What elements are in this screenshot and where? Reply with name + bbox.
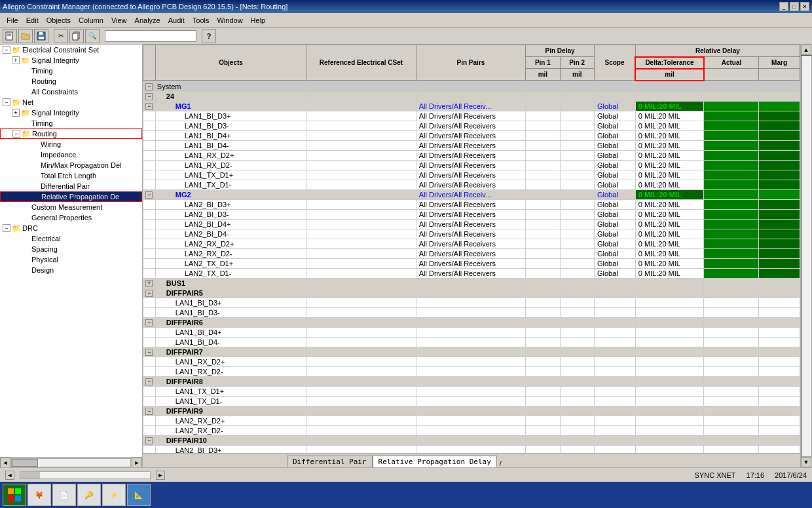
delta-cell[interactable] — [635, 396, 704, 406]
expand-cell[interactable] — [143, 150, 156, 160]
sidebar-item-net-general[interactable]: General Properties — [0, 212, 142, 223]
delta-cell[interactable] — [635, 317, 704, 327]
sidebar-item-net-si[interactable]: +📁Signal Integrity — [0, 107, 142, 118]
right-scrollbar[interactable]: ▲ ▼ — [800, 45, 812, 467]
expand-cell[interactable] — [143, 268, 156, 278]
sidebar-item-ecs-all[interactable]: All Constraints — [0, 87, 142, 97]
start-button[interactable] — [3, 484, 26, 506]
table-row[interactable]: −System — [143, 81, 800, 91]
table-row[interactable]: LAN2_TX_D1+All Drivers/All ReceiversGlob… — [143, 258, 800, 268]
expand-cell[interactable] — [143, 445, 156, 453]
table-row[interactable]: LAN1_RX_D2+ — [143, 357, 800, 366]
expand-cell[interactable] — [143, 357, 156, 366]
expand-cell[interactable] — [143, 298, 156, 307]
sidebar-item-net-routing-total[interactable]: Total Etch Length — [0, 170, 142, 181]
taskbar-btn1[interactable]: 🦊 — [28, 484, 51, 506]
new-button[interactable] — [3, 29, 17, 43]
scroll-track[interactable] — [801, 55, 812, 457]
delta-cell[interactable]: 0 MIL:20 MIL — [635, 239, 704, 248]
expand-icon[interactable]: − — [12, 130, 20, 138]
menu-analyze[interactable]: Analyze — [131, 15, 164, 26]
delta-cell[interactable]: 0 MIL:20 MIL — [635, 130, 704, 140]
delta-cell[interactable]: 0 MIL:20 MIL — [635, 229, 704, 239]
cut-button[interactable]: ✂ — [54, 29, 68, 43]
delta-cell[interactable]: 0 MIL:20 MIL — [635, 121, 704, 130]
menu-view[interactable]: View — [107, 15, 131, 26]
copy-button[interactable] — [69, 29, 84, 43]
delta-cell[interactable]: 0 MIL:20 MIL — [635, 199, 704, 209]
open-button[interactable] — [18, 29, 33, 43]
minimize-button[interactable]: _ — [779, 2, 788, 11]
scroll-down-button[interactable]: ▼ — [801, 457, 811, 467]
menu-file[interactable]: File — [3, 15, 22, 26]
sidebar-item-ecs-si[interactable]: +📁Signal Integrity — [0, 55, 142, 66]
table-row[interactable]: LAN1_BI_D3- — [143, 307, 800, 317]
table-row[interactable]: LAN1_TX_D1+All Drivers/All ReceiversGlob… — [143, 170, 800, 180]
delta-cell[interactable]: 0 MIL:20 MIL — [635, 248, 704, 258]
expand-cell[interactable]: − — [143, 91, 156, 101]
find-button[interactable]: 🔍 — [85, 29, 100, 43]
delta-cell[interactable] — [635, 376, 704, 386]
expand-cell[interactable] — [143, 111, 156, 121]
taskbar-btn2[interactable]: 📄 — [52, 484, 76, 506]
table-row[interactable]: LAN2_BI_D3+All Drivers/All ReceiversGlob… — [143, 199, 800, 209]
expand-cell[interactable] — [143, 121, 156, 130]
delta-cell[interactable]: 0 MIL:20 MIL — [635, 189, 704, 199]
table-row[interactable]: LAN1_RX_D2+All Drivers/All ReceiversGlob… — [143, 150, 800, 160]
help-button[interactable]: ? — [202, 29, 216, 43]
table-row[interactable]: LAN1_TX_D1- — [143, 396, 800, 406]
table-row[interactable]: −MG1All Drivers/All Receiv...Global0 MIL… — [143, 101, 800, 111]
delta-cell[interactable] — [635, 445, 704, 453]
table-row[interactable]: LAN2_RX_D2- — [143, 425, 800, 435]
delta-cell[interactable]: 0 MIL:20 MIL — [635, 160, 704, 170]
expand-cell[interactable] — [143, 209, 156, 219]
delta-cell[interactable] — [635, 366, 704, 376]
menu-window[interactable]: Window — [213, 15, 246, 26]
tab-relative-propagation[interactable]: Relative Propagation Delay — [373, 456, 497, 467]
sidebar-item-net-timing[interactable]: Timing — [0, 118, 142, 128]
table-row[interactable]: −DIFFPAIR5 — [143, 288, 800, 298]
expand-cell[interactable] — [143, 180, 156, 189]
scroll-right-arrow[interactable]: ► — [132, 458, 142, 467]
expand-cell[interactable] — [143, 229, 156, 239]
delta-cell[interactable] — [635, 357, 704, 366]
sidebar-item-ecs-timing[interactable]: Timing — [0, 66, 142, 76]
sidebar-item-ecs[interactable]: −📁Electrical Constraint Set — [0, 45, 142, 55]
sidebar-item-drc[interactable]: −📁DRC — [0, 223, 142, 233]
table-row[interactable]: LAN1_TX_D1-All Drivers/All ReceiversGlob… — [143, 180, 800, 189]
sidebar-item-net-routing-impedance[interactable]: Impedance — [0, 149, 142, 160]
sidebar-item-drc-physical[interactable]: Physical — [0, 254, 142, 265]
expand-cell[interactable] — [143, 239, 156, 248]
sidebar-item-drc-spacing[interactable]: Spacing — [0, 244, 142, 254]
delta-cell[interactable] — [635, 386, 704, 396]
expand-cell[interactable]: − — [143, 81, 156, 91]
delta-cell[interactable]: 0 MIL:20 MIL — [635, 150, 704, 160]
bottom-scroll-left[interactable]: ◄ — [5, 471, 14, 480]
delta-cell[interactable] — [635, 288, 704, 298]
sidebar-item-net-routing[interactable]: −📁Routing — [0, 128, 142, 139]
table-row[interactable]: LAN1_BI_D4- — [143, 337, 800, 347]
expand-icon[interactable]: + — [12, 109, 20, 117]
bottom-scroll-right[interactable]: ► — [156, 471, 165, 480]
search-input[interactable] — [105, 30, 196, 42]
table-row[interactable]: −MG2All Drivers/All Receiv...Global0 MIL… — [143, 189, 800, 199]
expand-cell[interactable] — [143, 219, 156, 229]
delta-cell[interactable]: 0 MIL:20 MIL — [635, 268, 704, 278]
expand-cell[interactable]: − — [143, 101, 156, 111]
table-row[interactable]: LAN2_RX_D2+ — [143, 416, 800, 425]
delta-cell[interactable] — [635, 435, 704, 445]
delta-cell[interactable]: 0 MIL:20 MIL — [635, 111, 704, 121]
table-row[interactable]: −24 — [143, 91, 800, 101]
table-row[interactable]: LAN2_BI_D4+All Drivers/All ReceiversGlob… — [143, 219, 800, 229]
delta-cell[interactable]: 0 MIL:20 MIL — [635, 170, 704, 180]
expand-cell[interactable]: − — [143, 435, 156, 445]
sidebar-item-drc-design[interactable]: Design — [0, 265, 142, 275]
sidebar-item-net-routing-minmax[interactable]: Min/Max Propagation Del — [0, 160, 142, 170]
sidebar-item-drc-electrical[interactable]: Electrical — [0, 233, 142, 244]
taskbar-btn5[interactable]: 📐 — [127, 484, 151, 506]
expand-cell[interactable] — [143, 130, 156, 140]
expand-cell[interactable] — [143, 396, 156, 406]
table-data-area[interactable]: −System−24−MG1All Drivers/All Receiv...G… — [143, 81, 800, 454]
table-row[interactable]: LAN2_RX_D2-All Drivers/All ReceiversGlob… — [143, 248, 800, 258]
menu-tools[interactable]: Tools — [189, 15, 213, 26]
